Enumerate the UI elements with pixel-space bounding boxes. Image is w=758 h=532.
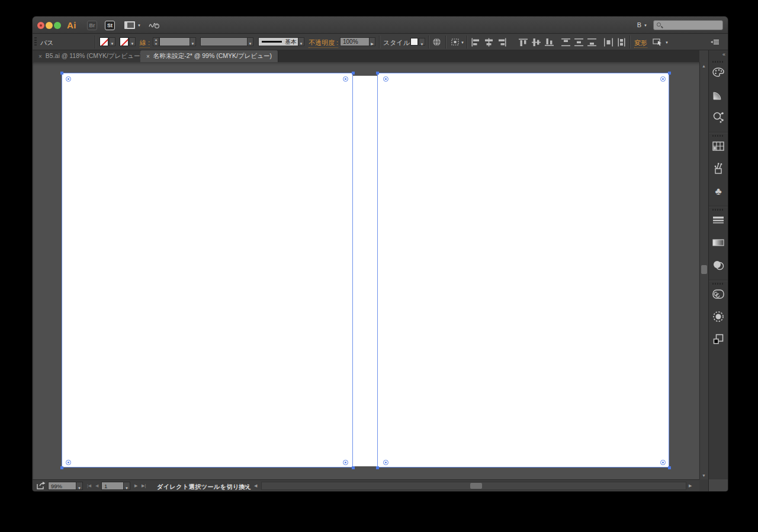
next-artboard-icon[interactable]: ▶ bbox=[134, 483, 137, 488]
close-window-button[interactable] bbox=[37, 22, 44, 29]
vertical-scroll-thumb[interactable] bbox=[701, 265, 707, 274]
dock-group-grip[interactable] bbox=[712, 61, 724, 63]
scroll-up-icon[interactable]: ▲ bbox=[700, 64, 708, 68]
distribute-vertical-space-icon[interactable] bbox=[616, 38, 627, 47]
document-setup-globe-icon[interactable] bbox=[432, 37, 442, 47]
corner-radius-widget[interactable] bbox=[383, 460, 388, 465]
arrange-documents-arrow[interactable]: ▼ bbox=[137, 24, 141, 27]
stroke-weight-field[interactable] bbox=[159, 37, 190, 46]
align-center-horizontal-icon[interactable] bbox=[484, 38, 494, 47]
opacity-label[interactable]: 不透明度 : bbox=[309, 38, 338, 48]
dock-group-grip[interactable] bbox=[712, 283, 724, 285]
vertical-scrollbar[interactable]: ▲ ▼ bbox=[699, 62, 708, 479]
stepper-up-icon[interactable]: ▲ bbox=[153, 38, 159, 42]
align-center-vertical-icon[interactable] bbox=[531, 38, 541, 47]
color-panel-icon[interactable] bbox=[712, 66, 725, 79]
status-hint-arrow-icon[interactable]: ▶ bbox=[245, 483, 248, 488]
fill-color-dropdown[interactable]: ▼ bbox=[109, 37, 115, 46]
corner-radius-widget[interactable] bbox=[66, 76, 71, 82]
close-tab-icon[interactable]: × bbox=[146, 53, 150, 60]
tab-b5-document[interactable]: × B5.ai @ 118% (CMYK/プレビュー) bbox=[33, 50, 149, 62]
dock-group-grip[interactable] bbox=[712, 209, 724, 211]
corner-radius-widget[interactable] bbox=[660, 76, 666, 82]
opacity-dropdown[interactable]: ▶ bbox=[369, 37, 375, 46]
last-artboard-icon[interactable]: ▶| bbox=[142, 483, 146, 488]
transparency-panel-icon[interactable] bbox=[712, 259, 725, 272]
width-profile-dropdown[interactable]: ▼ bbox=[247, 37, 253, 46]
reference-point-arrow[interactable]: ▼ bbox=[461, 41, 464, 44]
workspace-switcher-arrow[interactable]: ▼ bbox=[644, 24, 647, 27]
anchor-point[interactable] bbox=[352, 72, 355, 75]
anchor-point[interactable] bbox=[668, 72, 671, 75]
stroke-panel-icon[interactable] bbox=[712, 214, 725, 227]
previous-artboard-icon[interactable]: ◀ bbox=[95, 483, 98, 488]
expand-panels-icon[interactable]: « bbox=[722, 51, 725, 57]
artboard-number-field[interactable]: 1 bbox=[101, 482, 124, 490]
anchor-point[interactable] bbox=[376, 72, 379, 75]
right-page-rectangle[interactable] bbox=[377, 73, 669, 467]
cc-sync-status-icon[interactable] bbox=[149, 21, 160, 30]
corner-radius-widget[interactable] bbox=[383, 76, 388, 82]
zoom-window-button[interactable] bbox=[54, 22, 61, 29]
scroll-right-icon[interactable]: ▶ bbox=[689, 483, 692, 488]
anchor-point[interactable] bbox=[352, 466, 355, 469]
style-swatch[interactable] bbox=[410, 38, 418, 46]
align-bottom-icon[interactable] bbox=[544, 38, 554, 47]
gradient-panel-icon[interactable] bbox=[712, 88, 725, 101]
horizontal-scroll-thumb[interactable] bbox=[470, 483, 482, 489]
stroke-color-dropdown[interactable]: ▼ bbox=[129, 37, 136, 46]
search-input[interactable] bbox=[653, 20, 723, 30]
brushes-panel-icon[interactable] bbox=[712, 162, 725, 175]
control-panel-menu-icon[interactable] bbox=[710, 39, 720, 45]
isolate-selected-object-icon[interactable] bbox=[653, 38, 663, 46]
stroke-color-swatch[interactable] bbox=[120, 37, 129, 46]
width-profile-field[interactable] bbox=[200, 37, 248, 46]
align-left-icon[interactable] bbox=[471, 38, 481, 47]
arrange-documents-icon[interactable] bbox=[124, 21, 135, 29]
control-bar-grip[interactable] bbox=[34, 37, 37, 47]
share-export-icon[interactable] bbox=[36, 482, 46, 490]
distribute-top-icon[interactable] bbox=[561, 38, 571, 47]
style-dropdown[interactable]: ▼ bbox=[419, 38, 425, 46]
gradient-slider-panel-icon[interactable] bbox=[712, 236, 725, 249]
fill-color-swatch[interactable] bbox=[99, 37, 108, 46]
stock-icon[interactable]: St bbox=[105, 21, 115, 30]
first-artboard-icon[interactable]: |◀ bbox=[87, 483, 91, 488]
color-guide-panel-icon[interactable] bbox=[712, 111, 725, 124]
isolate-options-arrow[interactable]: ▼ bbox=[665, 41, 669, 44]
stroke-weight-dropdown[interactable]: ▼ bbox=[190, 37, 196, 46]
scroll-left-icon[interactable]: ◀ bbox=[254, 483, 257, 488]
artboards-panel-icon[interactable] bbox=[712, 333, 725, 346]
bridge-icon[interactable]: Br bbox=[87, 21, 97, 30]
brush-definition-field[interactable]: 基本 bbox=[258, 37, 300, 46]
minimize-window-button[interactable] bbox=[46, 22, 53, 29]
transform-label[interactable]: 変形 bbox=[634, 38, 647, 48]
cc-libraries-panel-icon[interactable] bbox=[712, 288, 725, 301]
appearance-panel-icon[interactable] bbox=[712, 310, 725, 323]
anchor-point[interactable] bbox=[60, 466, 63, 469]
opacity-field[interactable]: 100% bbox=[340, 37, 370, 46]
artboard-number-dropdown[interactable]: ▼ bbox=[123, 482, 130, 490]
anchor-point[interactable] bbox=[60, 72, 63, 75]
swatches-panel-icon[interactable] bbox=[712, 140, 725, 153]
anchor-point[interactable] bbox=[668, 466, 671, 469]
stroke-weight-label[interactable]: 線 : bbox=[140, 38, 150, 48]
brush-definition-dropdown[interactable]: ▼ bbox=[298, 37, 304, 46]
symbols-panel-icon[interactable]: ♣ bbox=[712, 185, 725, 198]
reference-point-icon[interactable] bbox=[450, 37, 460, 47]
canvas-area[interactable] bbox=[33, 62, 699, 479]
corner-radius-widget[interactable] bbox=[660, 460, 666, 465]
scroll-down-icon[interactable]: ▼ bbox=[700, 473, 708, 478]
zoom-level-dropdown[interactable]: ▼ bbox=[76, 482, 83, 490]
align-right-icon[interactable] bbox=[497, 38, 507, 47]
distribute-center-vertical-icon[interactable] bbox=[574, 38, 584, 47]
anchor-point[interactable] bbox=[376, 466, 379, 469]
dock-group-grip[interactable] bbox=[712, 135, 724, 137]
horizontal-scrollbar[interactable] bbox=[261, 482, 686, 490]
corner-radius-widget[interactable] bbox=[66, 460, 71, 465]
close-tab-icon[interactable]: × bbox=[38, 53, 42, 60]
corner-radius-widget[interactable] bbox=[343, 460, 348, 465]
stepper-down-icon[interactable]: ▼ bbox=[153, 42, 159, 46]
workspace-switcher[interactable]: B bbox=[637, 21, 641, 28]
corner-radius-widget[interactable] bbox=[343, 76, 348, 82]
